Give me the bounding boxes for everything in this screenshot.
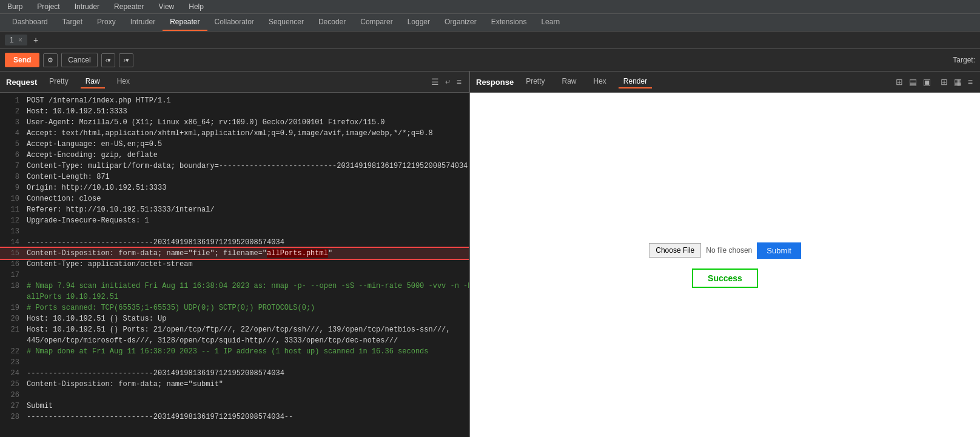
target-label: Target: (953, 56, 975, 64)
response-more3-icon[interactable]: ≡ (967, 76, 974, 88)
response-pane: Response Pretty Raw Hex Render ⊞ ▤ ▣ ⊞ ▦… (470, 72, 980, 437)
request-icons: ☰ ↵ ≡ (430, 76, 463, 88)
tab-collaborator[interactable]: Collaborator (207, 14, 261, 31)
line-21b: 445/open/tcp/microsoft-ds///, 3128/open/… (0, 335, 469, 346)
line-8: 8Content-Length: 871 (0, 172, 469, 182)
response-header: Response Pretty Raw Hex Render ⊞ ▤ ▣ ⊞ ▦… (470, 72, 980, 93)
line-1: 1POST /internal/index.php HTTP/1.1 (0, 95, 469, 106)
response-list-icon[interactable]: ▤ (908, 76, 918, 88)
line-23: 23 (0, 357, 469, 368)
line-27: 27Submit (0, 401, 469, 412)
request-sub-tab-raw[interactable]: Raw (81, 75, 105, 88)
line-26: 26 (0, 390, 469, 401)
no-file-text: No file chosen (706, 246, 752, 255)
line-22: 22# Nmap done at Fri Aug 11 16:38:20 202… (0, 346, 469, 357)
response-icons: ⊞ ▤ ▣ ⊞ ▦ ≡ (894, 76, 974, 88)
menu-burp[interactable]: Burp (5, 1, 25, 12)
line-13: 13 (0, 226, 469, 237)
success-message: Success (692, 269, 758, 288)
tab-close-icon[interactable]: × (18, 36, 22, 44)
response-render-content: Choose File No file chosen Submit Succes… (649, 242, 801, 288)
response-sub-tab-raw[interactable]: Raw (557, 75, 581, 88)
tab-decoder[interactable]: Decoder (311, 14, 353, 31)
response-grid-icon[interactable]: ⊞ (894, 76, 904, 88)
menu-view[interactable]: View (156, 1, 176, 12)
tab-dashboard[interactable]: Dashboard (5, 14, 55, 31)
menu-project[interactable]: Project (35, 1, 62, 12)
send-button[interactable]: Send (5, 53, 39, 67)
response-sub-tab-hex[interactable]: Hex (589, 75, 611, 88)
menu-bar: Burp Project Intruder Repeater View Help (0, 0, 980, 14)
tab-add-button[interactable]: + (30, 34, 42, 46)
cancel-button[interactable]: Cancel (61, 53, 97, 67)
line-4: 4Accept: text/html,application/xhtml+xml… (0, 128, 469, 139)
repeater-tab-row: 1 × + (0, 32, 980, 49)
navigate-forward-button[interactable]: ›▾ (119, 53, 133, 67)
menu-help[interactable]: Help (186, 1, 206, 12)
tab-intruder[interactable]: Intruder (123, 14, 163, 31)
menu-intruder[interactable]: Intruder (72, 1, 102, 12)
toolbar: Send ⚙ Cancel ‹▾ ›▾ Target: (0, 49, 980, 72)
line-9: 9Origin: http://10.10.192.51:3333 (0, 182, 469, 193)
request-header: Request Pretty Raw Hex ☰ ↵ ≡ (0, 72, 469, 93)
tab-learn[interactable]: Learn (534, 14, 567, 31)
line-14: 14-----------------------------203149198… (0, 237, 469, 248)
nav-tabs: Dashboard Target Proxy Intruder Repeater… (0, 14, 980, 32)
request-pane: Request Pretty Raw Hex ☰ ↵ ≡ 1POST /inte… (0, 72, 470, 437)
pretty-print-icon[interactable]: ☰ (430, 76, 440, 88)
submit-button[interactable]: Submit (757, 242, 800, 259)
menu-repeater[interactable]: Repeater (112, 1, 146, 12)
tab-sequencer[interactable]: Sequencer (261, 14, 311, 31)
response-col-icon[interactable]: ▣ (922, 76, 932, 88)
request-sub-tab-hex[interactable]: Hex (112, 75, 135, 88)
line-5: 5Accept-Language: en-US,en;q=0.5 (0, 139, 469, 150)
response-sub-tab-pretty[interactable]: Pretty (521, 75, 549, 88)
response-more2-icon[interactable]: ▦ (953, 76, 963, 88)
line-18b: allPorts 10.10.192.51 (0, 292, 469, 302)
tab-comparer[interactable]: Comparer (353, 14, 400, 31)
settings-icon[interactable]: ⚙ (43, 53, 58, 67)
tab-logger[interactable]: Logger (400, 14, 437, 31)
line-19: 19# Ports scanned: TCP(65535;1-65535) UD… (0, 302, 469, 313)
repeater-tab-1[interactable]: 1 × (5, 35, 27, 45)
line-3: 3User-Agent: Mozilla/5.0 (X11; Linux x86… (0, 117, 469, 128)
line-15: 15Content-Disposition: form-data; name="… (0, 248, 469, 259)
line-21a: 21Host: 10.10.192.51 () Ports: 21/open/t… (0, 324, 469, 335)
tab-proxy[interactable]: Proxy (90, 14, 123, 31)
line-10: 10Connection: close (0, 193, 469, 204)
line-17: 17 (0, 270, 469, 281)
response-more1-icon[interactable]: ⊞ (939, 76, 949, 88)
tab-repeater[interactable]: Repeater (163, 14, 207, 31)
line-2: 2Host: 10.10.192.51:3333 (0, 106, 469, 117)
line-12: 12Upgrade-Insecure-Requests: 1 (0, 215, 469, 226)
file-upload-row: Choose File No file chosen Submit (649, 242, 801, 259)
line-16: 16Content-Type: application/octet-stream (0, 259, 469, 270)
request-sub-tab-pretty[interactable]: Pretty (44, 75, 73, 88)
request-body[interactable]: 1POST /internal/index.php HTTP/1.1 2Host… (0, 93, 469, 437)
line-11: 11Referer: http://10.10.192.51:3333/inte… (0, 204, 469, 215)
tab-extensions[interactable]: Extensions (484, 14, 534, 31)
request-title: Request (6, 78, 37, 87)
tab-target[interactable]: Target (55, 14, 90, 31)
response-sub-tab-render[interactable]: Render (619, 75, 652, 88)
line-25: 25Content-Disposition: form-data; name="… (0, 379, 469, 390)
main-split: Request Pretty Raw Hex ☰ ↵ ≡ 1POST /inte… (0, 72, 980, 437)
response-body: Choose File No file chosen Submit Succes… (470, 93, 980, 437)
line-6: 6Accept-Encoding: gzip, deflate (0, 150, 469, 161)
newline-icon[interactable]: ↵ (444, 77, 452, 87)
line-24: 24-----------------------------203149198… (0, 368, 469, 379)
response-title: Response (476, 78, 514, 87)
line-18a: 18# Nmap 7.94 scan initiated Fri Aug 11 … (0, 281, 469, 292)
line-28: 28-----------------------------203149198… (0, 412, 469, 422)
line-7: 7Content-Type: multipart/form-data; boun… (0, 161, 469, 172)
tab-organizer[interactable]: Organizer (437, 14, 484, 31)
line-20: 20Host: 10.10.192.51 () Status: Up (0, 313, 469, 324)
more-options-icon[interactable]: ≡ (455, 76, 463, 88)
navigate-back-button[interactable]: ‹▾ (101, 53, 116, 67)
choose-file-button[interactable]: Choose File (649, 243, 701, 258)
